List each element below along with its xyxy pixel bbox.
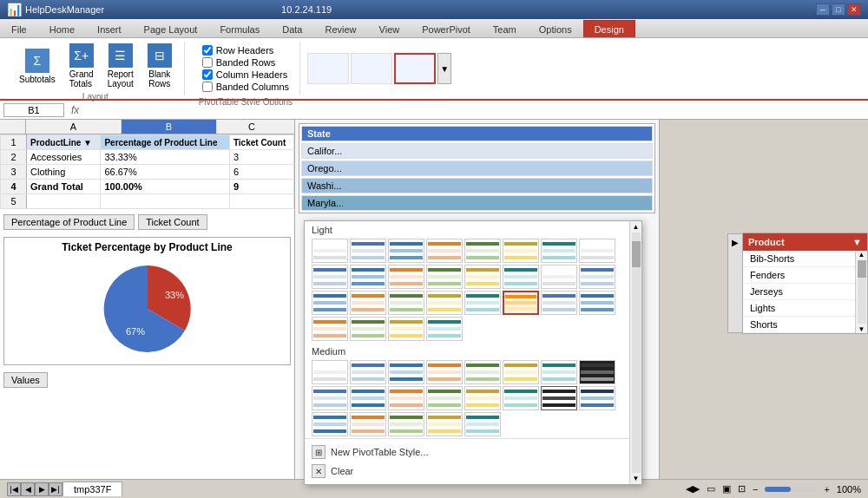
- scroll-thumb[interactable]: [632, 241, 641, 267]
- style-item[interactable]: [350, 412, 386, 436]
- banded-columns-checkbox[interactable]: [202, 82, 213, 92]
- style-item[interactable]: [579, 291, 615, 315]
- sheet-tab-tmp337f[interactable]: tmp337F: [62, 482, 122, 496]
- values-button[interactable]: Values: [3, 372, 48, 388]
- grand-totals-button[interactable]: Σ+ GrandTotals: [64, 42, 99, 90]
- style-item[interactable]: [464, 360, 501, 384]
- close-btn[interactable]: ✕: [847, 3, 861, 16]
- style-item[interactable]: [312, 265, 348, 289]
- filter-scroll-thumb[interactable]: [858, 260, 866, 278]
- state-oregon[interactable]: Orego...: [301, 161, 653, 176]
- style-item[interactable]: [426, 386, 463, 410]
- style-item[interactable]: [388, 412, 424, 436]
- style-item[interactable]: [388, 386, 424, 410]
- style-item[interactable]: [579, 386, 615, 410]
- styles-dropdown-toggle[interactable]: ▼: [437, 53, 451, 84]
- zoom-slider-plus[interactable]: +: [824, 484, 829, 495]
- state-washington[interactable]: Washi...: [301, 178, 653, 193]
- tab-review[interactable]: Review: [313, 20, 367, 37]
- report-layout-button[interactable]: ☰ ReportLayout: [102, 42, 139, 90]
- style-item[interactable]: [350, 360, 386, 384]
- style-item-selected[interactable]: [503, 291, 539, 315]
- header-productline[interactable]: ProductLine ▼: [27, 135, 101, 150]
- tab-file[interactable]: File: [0, 20, 38, 37]
- scroll-track[interactable]: [632, 233, 641, 473]
- filter-scroll-down[interactable]: ▼: [858, 325, 865, 333]
- style-item[interactable]: [579, 239, 615, 263]
- zoom-slider[interactable]: [765, 487, 817, 492]
- style-item[interactable]: [503, 265, 539, 289]
- filter-toggle-btn[interactable]: ▶: [727, 233, 743, 333]
- tab-team[interactable]: Team: [482, 20, 528, 37]
- new-pivottable-style-item[interactable]: ⊞ New PivotTable Style...: [312, 442, 622, 462]
- style-item[interactable]: [503, 360, 539, 384]
- filter-item-bib-shorts[interactable]: Bib-Shorts: [743, 251, 855, 267]
- styles-scrollbar[interactable]: ▲ ▼: [629, 221, 641, 484]
- tab-formulas[interactable]: Formulas: [208, 20, 271, 37]
- banded-columns-option[interactable]: Banded Columns: [202, 82, 289, 92]
- cell-c2[interactable]: 3: [229, 150, 293, 165]
- formula-input[interactable]: [86, 105, 865, 115]
- style-item[interactable]: [426, 239, 463, 263]
- cell-c4[interactable]: 9: [229, 180, 293, 194]
- style-item[interactable]: [464, 386, 501, 410]
- row-headers-option[interactable]: Row Headers: [202, 45, 289, 56]
- filter-item-shorts[interactable]: Shorts: [743, 317, 855, 333]
- cell-b2[interactable]: 33.33%: [101, 150, 229, 165]
- tab-home[interactable]: Home: [38, 20, 86, 37]
- cell-a3[interactable]: Clothing: [27, 165, 101, 180]
- filter-item-fenders[interactable]: Fenders: [743, 267, 855, 284]
- style-item[interactable]: [541, 386, 577, 410]
- tab-powerpivot[interactable]: PowerPivot: [411, 20, 482, 37]
- sheet-nav-last[interactable]: ▶|: [49, 482, 62, 496]
- filter-item-lights[interactable]: Lights: [743, 300, 855, 317]
- style-item[interactable]: [503, 386, 539, 410]
- zoom-slider-minus[interactable]: −: [753, 484, 758, 495]
- style-item[interactable]: [426, 360, 463, 384]
- tab-page-layout[interactable]: Page Layout: [133, 20, 209, 37]
- filter-scroll-up[interactable]: ▲: [858, 251, 865, 259]
- subtotals-button[interactable]: Σ Subtotals: [14, 47, 61, 86]
- style-item[interactable]: [464, 265, 501, 289]
- style-thumb-2[interactable]: [351, 53, 392, 84]
- style-item[interactable]: [312, 291, 348, 315]
- style-item[interactable]: [312, 386, 348, 410]
- style-item[interactable]: [350, 317, 386, 341]
- cell-a2[interactable]: Accessories: [27, 150, 101, 165]
- state-california[interactable]: Califor...: [301, 143, 653, 159]
- minimize-btn[interactable]: ─: [816, 3, 830, 16]
- ticket-count-field-button[interactable]: Ticket Count: [138, 214, 207, 230]
- zoom-page[interactable]: ⊡: [738, 483, 746, 495]
- sheet-nav-first[interactable]: |◀: [7, 482, 21, 496]
- state-maryland[interactable]: Maryla...: [301, 195, 653, 211]
- tab-insert[interactable]: Insert: [86, 20, 133, 37]
- style-item[interactable]: [464, 412, 501, 436]
- zoom-layout[interactable]: ▣: [722, 483, 731, 495]
- style-thumb-1[interactable]: [307, 53, 349, 84]
- column-headers-option[interactable]: Column Headers: [202, 69, 289, 80]
- cell-c3[interactable]: 6: [229, 165, 293, 180]
- sheet-nav-prev[interactable]: ◀: [21, 482, 35, 496]
- style-item[interactable]: [350, 291, 386, 315]
- tab-view[interactable]: View: [368, 20, 411, 37]
- style-item[interactable]: [541, 265, 577, 289]
- style-item[interactable]: [388, 317, 424, 341]
- style-item[interactable]: [388, 360, 424, 384]
- row-headers-checkbox[interactable]: [202, 45, 213, 56]
- cell-a4[interactable]: Grand Total: [27, 180, 101, 194]
- style-item[interactable]: [503, 239, 539, 263]
- cell-b4[interactable]: 100.00%: [101, 180, 229, 194]
- blank-rows-button[interactable]: ⊟ BlankRows: [142, 42, 177, 90]
- style-item[interactable]: [426, 265, 463, 289]
- window-controls[interactable]: ─ □ ✕: [816, 3, 861, 16]
- tab-design[interactable]: Design: [583, 20, 635, 37]
- style-item[interactable]: [464, 291, 501, 315]
- header-percentage[interactable]: Percentage of Product Line: [101, 135, 229, 150]
- product-filter-icon[interactable]: ▼: [852, 237, 862, 247]
- zoom-normal[interactable]: ▭: [707, 483, 715, 495]
- cell-reference-input[interactable]: [3, 103, 64, 117]
- style-item[interactable]: [579, 360, 615, 384]
- style-item[interactable]: [350, 239, 386, 263]
- sheet-nav-next[interactable]: ▶: [35, 482, 49, 496]
- tab-data[interactable]: Data: [271, 20, 313, 37]
